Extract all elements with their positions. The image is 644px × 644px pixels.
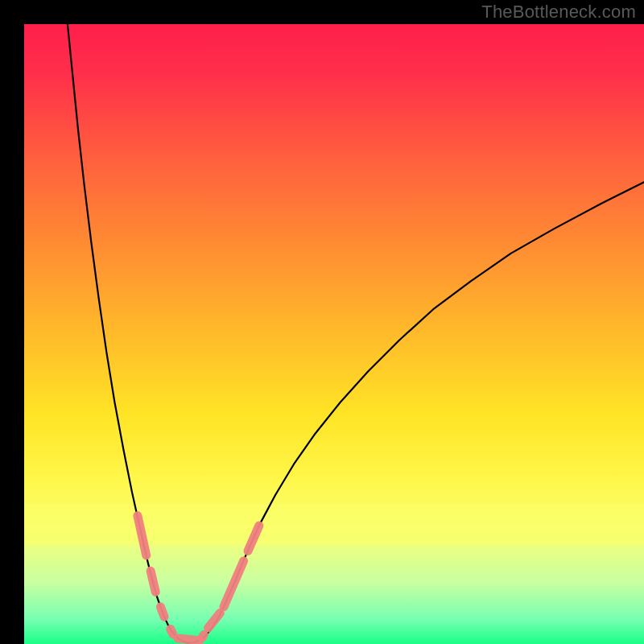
outer-frame: TheBottleneck.com bbox=[0, 0, 644, 644]
yellow-band bbox=[24, 505, 644, 545]
highlight-segment-3 bbox=[171, 630, 173, 634]
highlight-segment-5 bbox=[202, 634, 204, 638]
highlight-segment-1 bbox=[151, 571, 155, 592]
gradient-background bbox=[24, 24, 644, 644]
watermark-text: TheBottleneck.com bbox=[481, 2, 636, 23]
highlight-segment-4 bbox=[178, 638, 200, 641]
bottleneck-chart bbox=[24, 24, 644, 644]
highlight-segment-2 bbox=[160, 607, 164, 617]
